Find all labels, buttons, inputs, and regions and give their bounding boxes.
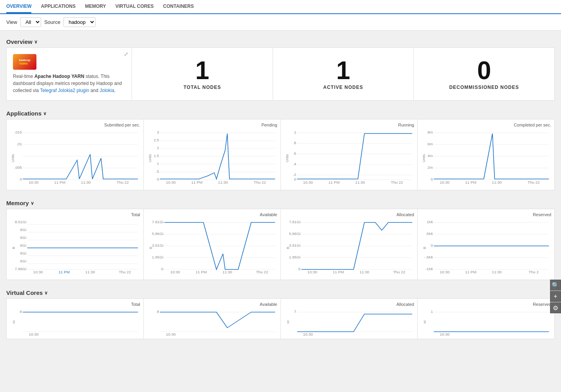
svg-text:10:30: 10:30 <box>29 332 39 336</box>
svg-text:7: 7 <box>294 309 296 313</box>
svg-text:1: 1 <box>157 161 159 165</box>
pending-chart: Pending 3 2.5 2 1.5 1 .5 0 <box>144 119 281 190</box>
svg-text:10:30: 10:30 <box>303 332 313 336</box>
source-select[interactable]: hadoop <box>63 17 96 27</box>
float-buttons: 🔍 + ⚙ <box>550 280 561 314</box>
vc-reserved-area: 1 vc 10:30 <box>421 308 551 336</box>
overview-section-header[interactable]: Overview ∨ <box>6 35 555 47</box>
decommissioned-nodes-card: 0 DECOMMISSIONED NODES <box>414 48 554 100</box>
pending-chart-title: Pending <box>147 123 277 127</box>
submitted-chart: Submitted per sec. .015 .01 .005 0 Units <box>7 119 144 190</box>
overview-description: Real-time Apache Hadoop YARN status. Thi… <box>13 73 125 94</box>
svg-text:10:30: 10:30 <box>307 270 317 273</box>
svg-text:1.95Gi: 1.95Gi <box>289 255 300 259</box>
svg-text:1.95Gi: 1.95Gi <box>152 255 163 259</box>
expand-icon[interactable]: ⤢ <box>124 51 128 57</box>
svg-text:-1Mi: -1Mi <box>425 267 433 271</box>
applications-title: Applications <box>6 110 42 117</box>
svg-text:8Gi: 8Gi <box>20 251 27 255</box>
svg-text:8Gi: 8Gi <box>20 259 27 263</box>
svg-text:7.81Gi: 7.81Gi <box>152 220 163 224</box>
svg-text:Thu 22: Thu 22 <box>119 270 131 273</box>
virtual-cores-chevron: ∨ <box>44 290 48 296</box>
vc-reserved-title: Reserved <box>421 302 551 307</box>
svg-text:11 PM: 11 PM <box>195 270 207 273</box>
completed-chart-title: Completed per sec. <box>421 123 551 127</box>
svg-text:vc: vc <box>11 320 16 323</box>
hadoop-logo-box: hadoopYARN <box>13 54 36 70</box>
svg-text:7.81Gi: 7.81Gi <box>289 220 300 224</box>
svg-text:vc: vc <box>422 320 427 323</box>
nav-virtual-cores[interactable]: VIRTUAL CORES <box>115 0 154 13</box>
memory-reserved-area: 1Mi .5Mi 0 -.5Mi -1Mi B 10:30 11 PM 11:3… <box>421 219 551 273</box>
source-label: Source <box>44 19 60 25</box>
view-select[interactable]: All <box>20 17 41 27</box>
svg-text:11 PM: 11 PM <box>465 180 476 184</box>
svg-text:8m: 8m <box>427 130 433 134</box>
svg-text:3.91Gi: 3.91Gi <box>289 243 300 247</box>
svg-text:.005: .005 <box>14 165 22 169</box>
svg-text:11:30: 11:30 <box>222 270 232 273</box>
svg-text:2.5: 2.5 <box>154 138 159 142</box>
overview-title: Overview <box>6 38 33 45</box>
memory-reserved-title: Reserved <box>421 212 551 217</box>
svg-text:8.01Gi: 8.01Gi <box>15 220 26 224</box>
nav-applications[interactable]: APPLICATIONS <box>41 0 75 13</box>
svg-text:Thu 22: Thu 22 <box>254 180 266 184</box>
nav-overview[interactable]: OVERVIEW <box>6 0 31 13</box>
total-nodes-card: 1 TOTAL NODES <box>132 48 273 100</box>
vc-total-chart: Total 8 vc 10:30 <box>7 299 144 339</box>
svg-text:3.91Gi: 3.91Gi <box>152 243 163 247</box>
virtual-cores-title: Virtual Cores <box>6 289 43 296</box>
svg-text:1: 1 <box>431 309 433 313</box>
total-nodes-label: TOTAL NODES <box>183 85 221 90</box>
memory-available-title: Available <box>147 212 277 217</box>
settings-float-button[interactable]: ⚙ <box>550 302 561 313</box>
vc-total-title: Total <box>10 302 140 307</box>
overview-cards: ⤢ hadoopYARN Real-time Apache Hadoop YAR… <box>6 47 555 101</box>
active-nodes-label: ACTIVE NODES <box>323 85 363 90</box>
vc-available-title: Available <box>147 302 277 307</box>
overview-chevron: ∨ <box>34 39 38 45</box>
svg-text:8: 8 <box>157 309 159 313</box>
svg-text:10:30: 10:30 <box>166 332 176 336</box>
applications-chevron: ∨ <box>43 111 47 116</box>
svg-text:Units: Units <box>422 154 426 163</box>
svg-text:Units: Units <box>147 154 152 163</box>
active-nodes-card: 1 ACTIVE NODES <box>273 48 414 100</box>
memory-chevron: ∨ <box>31 201 34 206</box>
nav-containers[interactable]: CONTAINERS <box>163 0 194 13</box>
svg-text:10:30: 10:30 <box>440 180 450 184</box>
memory-available-chart: Available 7.81Gi 5.86Gi 3.91Gi 1.95Gi 0 … <box>144 209 281 280</box>
svg-text:11 PM: 11 PM <box>191 180 203 184</box>
svg-text:8Gi: 8Gi <box>20 228 27 231</box>
applications-section-header[interactable]: Applications ∨ <box>6 107 555 119</box>
svg-text:B: B <box>285 247 290 249</box>
virtual-cores-section-header[interactable]: Virtual Cores ∨ <box>6 286 555 298</box>
memory-section-header[interactable]: Memory ∨ <box>6 197 555 209</box>
memory-available-area: 7.81Gi 5.86Gi 3.91Gi 1.95Gi 0 B 10:30 11… <box>147 219 277 273</box>
svg-text:B: B <box>422 247 427 249</box>
svg-text:0: 0 <box>431 177 433 181</box>
svg-text:1: 1 <box>294 130 296 134</box>
svg-text:B: B <box>11 247 16 249</box>
svg-text:Thu 22: Thu 22 <box>256 270 268 273</box>
svg-text:.6: .6 <box>293 151 296 155</box>
svg-text:11 PM: 11 PM <box>465 270 476 273</box>
memory-allocated-chart: Allocated 7.81Gi 5.86Gi 3.91Gi 1.95Gi 0 … <box>281 209 418 280</box>
svg-text:11:30: 11:30 <box>492 270 502 273</box>
svg-text:11:30: 11:30 <box>355 180 365 184</box>
svg-text:5.86Gi: 5.86Gi <box>152 231 163 235</box>
active-nodes-value: 1 <box>336 58 350 83</box>
svg-text:1.5: 1.5 <box>154 154 159 157</box>
submitted-chart-area: .015 .01 .005 0 Units 10:30 11 PM 11:30 … <box>10 129 140 184</box>
hadoop-logo: hadoopYARN <box>13 54 40 70</box>
zoom-button[interactable]: 🔍 <box>550 280 561 291</box>
svg-text:0: 0 <box>161 267 163 271</box>
svg-text:.4: .4 <box>293 162 296 166</box>
add-button[interactable]: + <box>550 291 561 302</box>
jolokia-link[interactable]: Jolokia <box>100 88 114 93</box>
nav-memory[interactable]: MEMORY <box>85 0 106 13</box>
telegraf-link[interactable]: Telegraf Jolokia2 plugin <box>40 88 89 93</box>
toolbar: View All Source hadoop <box>0 14 561 31</box>
